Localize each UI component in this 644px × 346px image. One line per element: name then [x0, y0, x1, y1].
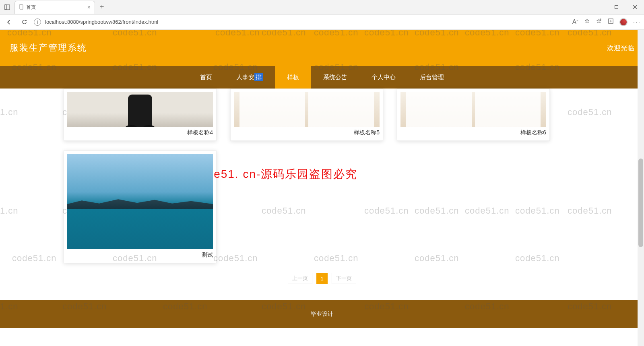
nav-label: 首页: [200, 74, 212, 81]
content-area: 样板名称4 样板名称5 样板名称6 测试 上一页 1 下一页: [0, 89, 644, 300]
site-info-icon[interactable]: i: [34, 19, 41, 26]
site-footer: 毕业设计: [0, 300, 644, 328]
star-icon[interactable]: [584, 18, 590, 26]
nav-home[interactable]: 首页: [188, 66, 224, 89]
browser-tab[interactable]: 首页 ×: [14, 1, 95, 14]
tab-title: 首页: [26, 4, 36, 11]
browser-addressbar: i localhost:8080/springbootww862/front/i…: [0, 14, 644, 30]
svg-rect-0: [5, 5, 10, 10]
back-button[interactable]: [3, 16, 14, 28]
nav-profile[interactable]: 个人中心: [359, 66, 408, 89]
card-image: [67, 154, 213, 249]
svg-rect-1: [5, 5, 6, 10]
pagination: 上一页 1 下一页: [0, 273, 644, 284]
refresh-button[interactable]: [19, 16, 30, 28]
next-page-button[interactable]: 下一页: [332, 273, 356, 284]
nav-announcement[interactable]: 系统公告: [311, 66, 359, 89]
read-aloud-icon[interactable]: A»: [572, 19, 578, 26]
scrollbar-thumb[interactable]: [638, 159, 643, 247]
nav-template[interactable]: 样板: [275, 66, 311, 89]
url-text[interactable]: localhost:8080/springbootww862/front/ind…: [45, 19, 158, 25]
tabs-overview-icon[interactable]: [0, 0, 14, 14]
maximize-button[interactable]: [607, 0, 625, 14]
card-image: [400, 92, 546, 127]
card-label: 样板名称5: [234, 129, 380, 136]
card-image: [234, 92, 380, 127]
template-card[interactable]: 样板名称4: [64, 89, 217, 141]
card-row-2: 测试: [0, 150, 644, 263]
main-nav: 首页 人事安排 样板 系统公告 个人中心 后台管理: [0, 66, 644, 89]
prev-page-button[interactable]: 上一页: [288, 273, 312, 284]
card-label: 样板名称4: [67, 129, 213, 136]
close-icon[interactable]: ×: [87, 4, 91, 10]
template-card[interactable]: 测试: [64, 150, 217, 263]
card-image: [67, 92, 213, 127]
menu-icon[interactable]: ···: [633, 19, 641, 26]
close-window-button[interactable]: [625, 0, 644, 14]
minimize-button[interactable]: [588, 0, 607, 14]
nav-label: 个人中心: [372, 74, 396, 81]
nav-label: 后台管理: [420, 74, 444, 81]
favorites-icon[interactable]: [596, 18, 602, 26]
nav-hr[interactable]: 人事安排: [224, 66, 275, 89]
profile-avatar[interactable]: [619, 18, 627, 26]
nav-label: 人事安排: [236, 74, 263, 81]
browser-titlebar: 首页 × +: [0, 0, 644, 14]
footer-text: 毕业设计: [311, 311, 333, 318]
svg-rect-3: [615, 6, 618, 9]
nav-label: 系统公告: [323, 74, 347, 81]
card-label: 样板名称6: [400, 129, 546, 136]
site-header: 服装生产管理系统 欢迎光临: [0, 30, 644, 66]
new-tab-button[interactable]: +: [97, 3, 107, 11]
card-row-1: 样板名称4 样板名称5 样板名称6: [0, 89, 644, 141]
scrollbar[interactable]: [638, 30, 644, 346]
collections-icon[interactable]: [608, 18, 614, 26]
template-card[interactable]: 样板名称5: [230, 89, 383, 141]
site-title: 服装生产管理系统: [10, 42, 87, 54]
welcome-text: 欢迎光临: [607, 43, 634, 53]
window-controls: [588, 0, 644, 14]
card-label: 测试: [67, 251, 213, 259]
nav-admin[interactable]: 后台管理: [408, 66, 456, 89]
template-card[interactable]: 样板名称6: [397, 89, 550, 141]
nav-label: 样板: [287, 74, 299, 81]
page-viewport: code51.cn code51.cn code51.cn code51.cn …: [0, 30, 644, 346]
page-icon: [19, 4, 24, 11]
page-number[interactable]: 1: [316, 273, 328, 284]
